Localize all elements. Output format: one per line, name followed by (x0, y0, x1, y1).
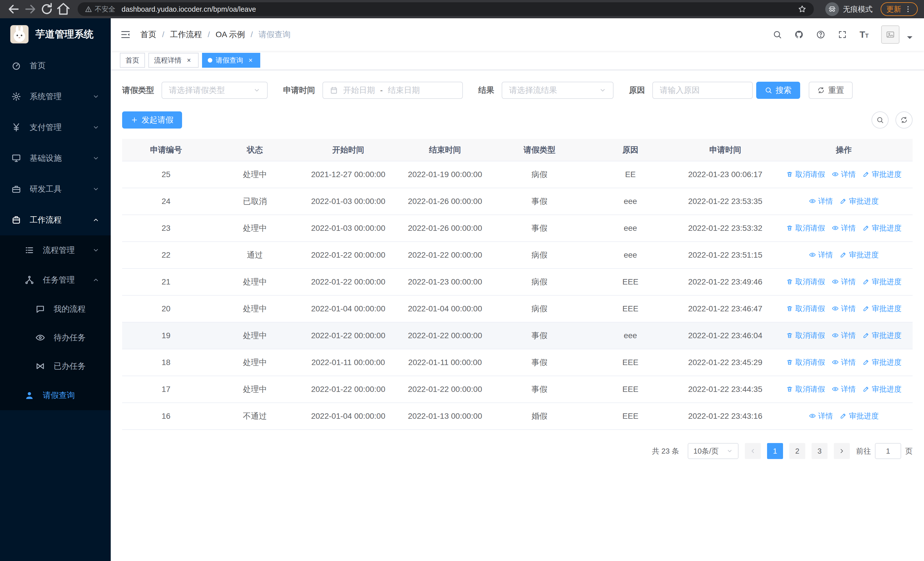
browser-home-icon[interactable] (56, 2, 71, 17)
reason-input[interactable] (660, 86, 746, 95)
detail-link[interactable]: 详情 (832, 331, 856, 340)
sidebar-item-infrastructure[interactable]: 基础设施 (0, 143, 111, 174)
prev-page-button[interactable] (745, 443, 761, 459)
cancel-leave-link[interactable]: 取消请假 (786, 357, 825, 367)
reset-button[interactable]: 重置 (809, 82, 853, 99)
sidebar-item-system[interactable]: 系统管理 (0, 81, 111, 112)
close-icon[interactable]: × (185, 56, 193, 64)
approval-progress-link[interactable]: 审批进度 (862, 304, 902, 314)
detail-link[interactable]: 详情 (832, 384, 856, 394)
tab-leave-query[interactable]: 请假查询 × (202, 53, 260, 68)
address-bar[interactable]: 不安全 dashboard.yudao.iocoder.cn/bpm/oa/le… (78, 2, 814, 16)
avatar[interactable] (881, 26, 900, 44)
create-leave-button[interactable]: 发起请假 (122, 111, 182, 129)
security-chip[interactable]: 不安全 (85, 5, 115, 14)
sidebar-item-done-tasks[interactable]: 已办任务 (0, 352, 111, 381)
sidebar-item-leave-query[interactable]: 请假查询 (0, 381, 111, 410)
action-label: 审批进度 (872, 223, 902, 233)
detail-link[interactable]: 详情 (832, 277, 856, 287)
kebab-menu-icon[interactable] (904, 5, 912, 13)
cell-id: 16 (122, 403, 210, 430)
chevron-down-icon (93, 93, 99, 100)
approval-progress-link[interactable]: 审批进度 (862, 277, 902, 287)
date-range-picker[interactable]: 开始日期 - 结束日期 (322, 82, 463, 99)
edit-icon (862, 386, 870, 393)
fullscreen-icon[interactable] (838, 30, 847, 39)
column-header: 操作 (775, 139, 913, 161)
breadcrumb-workflow[interactable]: 工作流程 (170, 29, 202, 40)
page-size-select[interactable]: 10条/页 (688, 443, 738, 459)
approval-progress-link[interactable]: 审批进度 (840, 196, 879, 206)
sidebar-item-dev-tools[interactable]: 研发工具 (0, 174, 111, 205)
goto-page-input[interactable] (875, 443, 901, 459)
cancel-leave-link[interactable]: 取消请假 (786, 331, 825, 340)
search-button[interactable]: 搜索 (756, 82, 800, 99)
github-icon[interactable] (795, 30, 804, 39)
breadcrumb-separator: / (162, 30, 164, 39)
sidebar-item-todo-tasks[interactable]: 待办任务 (0, 323, 111, 352)
toggle-search-button[interactable] (872, 111, 889, 129)
action-label: 取消请假 (795, 223, 825, 233)
header-search-icon[interactable] (773, 30, 782, 39)
detail-link[interactable]: 详情 (832, 223, 856, 233)
browser-forward-icon[interactable] (23, 2, 38, 17)
page-button-3[interactable]: 3 (812, 443, 828, 459)
approval-progress-link[interactable]: 审批进度 (862, 223, 902, 233)
bookmark-star-icon[interactable] (798, 5, 806, 14)
help-icon[interactable] (816, 30, 825, 39)
approval-progress-link[interactable]: 审批进度 (862, 169, 902, 179)
approval-progress-link[interactable]: 审批进度 (862, 384, 902, 394)
goto-suffix: 页 (905, 446, 913, 456)
sidebar-item-home[interactable]: 首页 (0, 50, 111, 81)
pagination-total: 共 23 条 (652, 446, 679, 456)
breadcrumb-home[interactable]: 首页 (140, 29, 156, 40)
caret-down-icon[interactable] (905, 33, 914, 44)
approval-progress-link[interactable]: 审批进度 (840, 411, 879, 421)
cancel-leave-link[interactable]: 取消请假 (786, 304, 825, 314)
refresh-table-button[interactable] (896, 111, 913, 129)
sidebar-item-workflow[interactable]: 工作流程 (0, 205, 111, 235)
cell-status: 处理中 (210, 322, 300, 349)
approval-progress-link[interactable]: 审批进度 (862, 331, 902, 340)
sidebar-item-task-management[interactable]: 任务管理 (0, 265, 111, 295)
sidebar-item-my-process[interactable]: 我的流程 (0, 295, 111, 323)
next-page-button[interactable] (834, 443, 850, 459)
plus-icon (131, 116, 138, 124)
leave-type-select[interactable]: 请选择请假类型 (162, 82, 268, 99)
sidebar-item-process-management[interactable]: 流程管理 (0, 235, 111, 265)
sidebar-item-payment[interactable]: 支付管理 (0, 112, 111, 143)
tab-process-detail[interactable]: 流程详情 × (148, 53, 199, 68)
browser-back-icon[interactable] (6, 2, 21, 17)
page-button-2[interactable]: 2 (789, 443, 805, 459)
detail-link[interactable]: 详情 (809, 196, 833, 206)
approval-progress-link[interactable]: 审批进度 (862, 357, 902, 367)
app-logo[interactable]: 芋道管理系统 (0, 18, 111, 50)
close-icon[interactable]: × (246, 56, 255, 64)
result-select[interactable]: 请选择流结果 (502, 82, 614, 99)
cell-apply-time: 2022-01-22 23:44:35 (675, 376, 775, 403)
cell-status: 处理中 (210, 161, 300, 188)
cancel-leave-link[interactable]: 取消请假 (786, 277, 825, 287)
browser-update-menu[interactable]: 更新 (880, 2, 918, 16)
cancel-leave-link[interactable]: 取消请假 (786, 384, 825, 394)
detail-link[interactable]: 详情 (832, 357, 856, 367)
sidebar-toggle-icon[interactable] (120, 29, 131, 40)
detail-link[interactable]: 详情 (809, 411, 833, 421)
detail-link[interactable]: 详情 (832, 169, 856, 179)
font-size-icon[interactable]: TT (860, 29, 868, 40)
action-label: 详情 (841, 277, 856, 287)
table-row: 20处理中2022-01-04 00:00:002022-01-04 00:00… (122, 295, 913, 322)
detail-link[interactable]: 详情 (832, 304, 856, 314)
browser-reload-icon[interactable] (39, 2, 54, 17)
page-button-1[interactable]: 1 (767, 443, 783, 459)
breadcrumb-separator: / (250, 30, 253, 39)
action-label: 审批进度 (872, 384, 902, 394)
tab-home[interactable]: 首页 (120, 53, 145, 68)
cell-reason: EEE (585, 269, 675, 295)
cancel-leave-link[interactable]: 取消请假 (786, 169, 825, 179)
cell-actions: 取消请假详情审批进度 (775, 349, 913, 376)
cancel-leave-link[interactable]: 取消请假 (786, 223, 825, 233)
breadcrumb-oa-example[interactable]: OA 示例 (216, 29, 245, 40)
approval-progress-link[interactable]: 审批进度 (840, 250, 879, 260)
detail-link[interactable]: 详情 (809, 250, 833, 260)
